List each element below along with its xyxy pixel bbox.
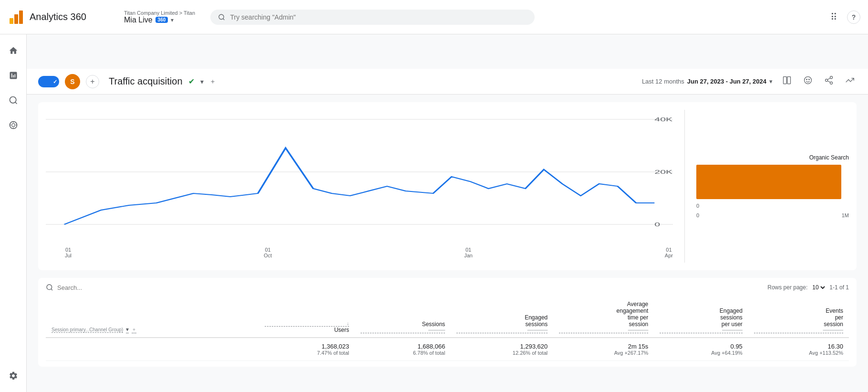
- breadcrumb-area: Titan Company Limited > Titan Mia Live 3…: [124, 10, 195, 24]
- page-info: 1-1 of 1: [829, 284, 849, 291]
- analytics-logo: [8, 9, 25, 26]
- report-title: Traffic acquisition: [109, 76, 183, 87]
- svg-point-15: [805, 77, 812, 84]
- svg-point-5: [10, 97, 16, 103]
- svg-rect-2: [19, 11, 23, 24]
- svg-rect-14: [787, 77, 791, 84]
- x-label-jul: 01Jul: [65, 247, 72, 258]
- cell-engaged-per-user: 0.95 Avg +64.19%: [654, 338, 748, 361]
- svg-point-3: [219, 14, 224, 19]
- svg-point-19: [826, 79, 828, 82]
- svg-point-16: [806, 79, 807, 80]
- chevron-down-icon[interactable]: ▾: [171, 17, 174, 23]
- trend-icon: [845, 75, 855, 85]
- svg-text:20K: 20K: [654, 169, 673, 175]
- logo-area: Analytics 360: [8, 9, 113, 26]
- col-engaged-per-user[interactable]: Engagedsessionsper user──────: [654, 297, 748, 338]
- bar-x-max: 1M: [842, 212, 849, 218]
- app-title: Analytics 360: [30, 11, 86, 22]
- sidebar: [0, 34, 27, 392]
- svg-rect-1: [14, 14, 18, 24]
- add-comparison-button[interactable]: +: [86, 75, 99, 88]
- bar-x-labels: 0 1M: [696, 212, 849, 218]
- breadcrumb-current[interactable]: Mia Live 360 ▾: [124, 16, 195, 24]
- table-search-wrap[interactable]: [46, 284, 762, 291]
- col-users[interactable]: ↓ Users: [259, 297, 355, 338]
- line-chart: 40K 20K 0: [46, 110, 673, 244]
- header: Analytics 360 Titan Company Limited > Ti…: [0, 0, 868, 34]
- svg-line-22: [827, 78, 830, 79]
- svg-text:40K: 40K: [654, 117, 673, 122]
- table-controls: Rows per page: 10 25 50 1-1 of 1: [46, 284, 849, 291]
- svg-point-8: [11, 124, 15, 127]
- search-bar[interactable]: [210, 10, 535, 25]
- cell-avg-engagement: 2m 15s Avg +267.17%: [553, 338, 654, 361]
- trend-icon-button[interactable]: [843, 74, 857, 89]
- sidebar-item-reports[interactable]: [3, 65, 24, 86]
- cell-users: 1,368,023 7.47% of total: [259, 338, 355, 361]
- data-table: Session primary...Channel Group) ▾ ＋ ↓ U…: [46, 297, 849, 361]
- chart-divider: [684, 110, 685, 263]
- col-engaged-sessions[interactable]: Engagedsessions──────: [451, 297, 553, 338]
- svg-text:0: 0: [654, 222, 660, 227]
- x-label-jan: 01Jan: [464, 247, 473, 258]
- x-label-oct: 01Oct: [264, 247, 272, 258]
- svg-line-4: [223, 18, 225, 20]
- svg-line-6: [15, 102, 17, 104]
- table-row: 1,368,023 7.47% of total 1,688,066 6.78%…: [46, 338, 849, 361]
- line-chart-area: 40K 20K 0 01Jul 01Oct 01Jan 01Apr: [46, 110, 673, 263]
- search-input[interactable]: [230, 13, 527, 21]
- sidebar-item-admin[interactable]: [3, 365, 24, 386]
- svg-line-30: [51, 289, 52, 290]
- report-header: ✓ S + Traffic acquisition ✔ ▾ ＋ Last 12 …: [27, 69, 868, 95]
- reports-icon: [9, 71, 18, 80]
- svg-point-29: [47, 285, 52, 290]
- table-search-input[interactable]: [57, 284, 137, 291]
- search-icon: [218, 13, 225, 21]
- svg-point-17: [809, 79, 810, 80]
- header-right: ⠿ ?: [830, 11, 860, 24]
- sidebar-item-advertising[interactable]: [3, 115, 24, 136]
- share-icon: [824, 75, 834, 85]
- date-range[interactable]: Last 12 months Jun 27, 2023 - Jun 27, 20…: [642, 78, 773, 85]
- grid-icon[interactable]: ⠿: [830, 11, 837, 23]
- dimension-dropdown-icon[interactable]: ▾: [126, 326, 129, 333]
- x-label-apr: 01Apr: [665, 247, 673, 258]
- add-dimension-button[interactable]: ＋: [132, 326, 136, 333]
- bar-chart-area: Organic Search 0 0 1M: [696, 110, 849, 263]
- avatar-s: S: [65, 74, 80, 89]
- columns-icon: [782, 75, 792, 85]
- col-avg-engagement[interactable]: Averageengagementtime persession──────: [553, 297, 654, 338]
- help-icon[interactable]: ?: [847, 11, 860, 24]
- report-header-right: Last 12 months Jun 27, 2023 - Jun 27, 20…: [642, 74, 857, 89]
- toggle-switch[interactable]: ✓: [38, 76, 59, 87]
- report-title-dropdown-button[interactable]: ▾: [200, 78, 204, 85]
- status-check-icon: ✔: [188, 77, 195, 86]
- table-search-icon: [46, 284, 53, 291]
- add-report-button[interactable]: ＋: [209, 77, 216, 86]
- table-section: Rows per page: 10 25 50 1-1 of 1 Session…: [38, 278, 857, 367]
- cell-events-per-session: 16.30 Avg +113.52%: [748, 338, 849, 361]
- col-events-per-session[interactable]: Eventspersession──────: [748, 297, 849, 338]
- chart-section: 40K 20K 0 01Jul 01Oct 01Jan 01Apr: [38, 102, 857, 270]
- col-sessions[interactable]: Sessions─────: [355, 297, 451, 338]
- face-icon: [803, 75, 813, 85]
- date-range-value: Jun 27, 2023 - Jun 27, 2024: [687, 78, 766, 85]
- svg-point-18: [830, 76, 833, 79]
- rows-per-page-select[interactable]: 10 25 50: [810, 284, 827, 291]
- svg-point-20: [830, 82, 833, 84]
- cell-sessions: 1,688,066 6.78% of total: [355, 338, 451, 361]
- date-dropdown-icon[interactable]: ▾: [769, 78, 773, 85]
- face-icon-button[interactable]: [801, 74, 815, 89]
- share-icon-button[interactable]: [822, 74, 836, 89]
- col-dimension[interactable]: Session primary...Channel Group) ▾ ＋: [46, 297, 259, 338]
- sidebar-item-home[interactable]: [3, 40, 24, 61]
- svg-rect-13: [784, 77, 787, 84]
- columns-icon-button[interactable]: [780, 74, 794, 89]
- advertising-icon: [9, 120, 18, 130]
- sidebar-item-explore[interactable]: [3, 90, 24, 111]
- cell-engaged-sessions: 1,293,620 12.26% of total: [451, 338, 553, 361]
- badge-360: 360: [155, 17, 168, 23]
- home-icon: [9, 46, 18, 55]
- bar-fill-organic-search: [696, 165, 841, 199]
